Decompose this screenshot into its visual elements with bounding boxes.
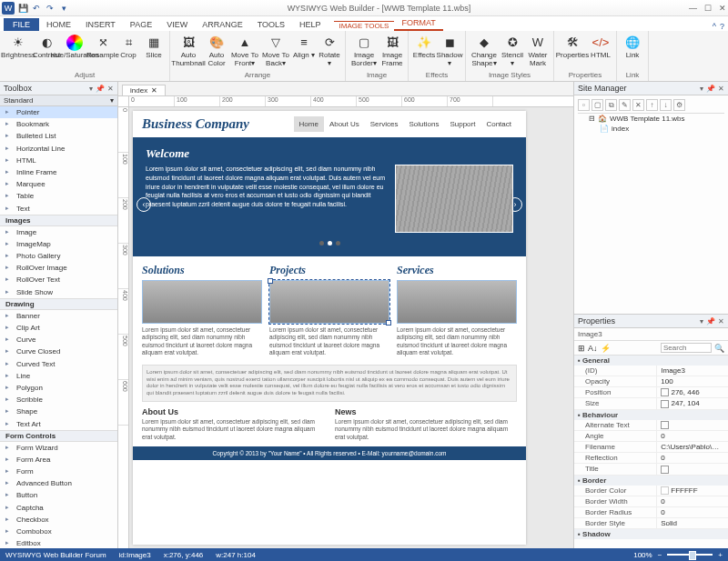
prop-row[interactable]: Border StyleSolid	[574, 518, 728, 529]
tab-view[interactable]: VIEW	[159, 18, 195, 31]
auto-color-button[interactable]: 🎨Auto Color	[205, 33, 228, 68]
toolbox-item[interactable]: RollOver Text	[0, 274, 117, 286]
toolbox-item[interactable]: Captcha	[0, 502, 117, 514]
align-button[interactable]: ≡Align ▾	[292, 33, 316, 60]
toolbox-category[interactable]: Form Controls	[0, 430, 117, 442]
prop-row[interactable]: Border Radius0	[574, 507, 728, 518]
toolbox-item[interactable]: Text Art	[0, 418, 117, 430]
toolbox-item[interactable]: Banner	[0, 310, 117, 322]
carousel-dots[interactable]	[146, 238, 513, 247]
help-icon[interactable]: ?	[720, 22, 724, 31]
auto-thumbnail-button[interactable]: 🖼Auto Thumbnail	[174, 33, 203, 68]
crop-button[interactable]: ⌗Crop	[116, 33, 140, 60]
prop-row[interactable]: Title	[574, 464, 728, 475]
toolbox-item[interactable]: Editbox	[0, 537, 117, 548]
link-button[interactable]: 🌐Link	[621, 33, 644, 60]
toolbox-item[interactable]: Advanced Button	[0, 477, 117, 489]
toolbox-item[interactable]: Form Area	[0, 454, 117, 466]
props-dropdown-icon[interactable]: ▾	[700, 317, 703, 326]
toolbox-item[interactable]: Bookmark	[0, 118, 117, 130]
toolbox-item[interactable]: Polygon	[0, 382, 117, 394]
toolbox-item[interactable]: Line	[0, 370, 117, 382]
prop-row[interactable]: Position 276, 446	[574, 387, 728, 398]
props-close-icon[interactable]: ✕	[718, 317, 724, 326]
qat-undo-icon[interactable]: ↶	[31, 3, 42, 14]
prop-row[interactable]: Angle0	[574, 431, 728, 442]
toolbox-item[interactable]: Scribble	[0, 394, 117, 406]
tab-arrange[interactable]: ARRANGE	[195, 18, 250, 31]
toolbox-item[interactable]: Text	[0, 203, 117, 215]
toolbox-item[interactable]: Image	[0, 226, 117, 238]
toolbox-item[interactable]: Clip Art	[0, 322, 117, 334]
effects-button[interactable]: ✨Effects	[412, 33, 436, 60]
maximize-button[interactable]: ☐	[704, 4, 712, 13]
html-button[interactable]: </>HTML	[589, 33, 612, 60]
resample-button[interactable]: ⤧Resample	[91, 33, 115, 60]
toolbox-item[interactable]: Inline Frame	[0, 166, 117, 178]
sm-newfolder-icon[interactable]: ▢	[592, 99, 603, 111]
toolbox-item[interactable]: Pointer	[0, 106, 117, 118]
image-frame-button[interactable]: 🖽Image Frame	[380, 33, 404, 68]
qat-redo-icon[interactable]: ↷	[45, 3, 56, 14]
toolbox-dropdown-icon[interactable]: ▾	[89, 85, 93, 93]
prop-row[interactable]: (ID)Image3	[574, 366, 728, 376]
slice-button[interactable]: ▦Slice	[142, 33, 166, 60]
prop-category[interactable]: ▪ General	[574, 356, 728, 366]
sm-newpage-icon[interactable]: ▫	[578, 99, 590, 111]
prop-row[interactable]: Border ColorFFFFFF	[574, 486, 728, 496]
toolbox-item[interactable]: Form	[0, 466, 117, 477]
toolbox-item[interactable]: Bulleted List	[0, 130, 117, 142]
close-button[interactable]: ✕	[719, 4, 726, 13]
properties-object-name[interactable]: Image3	[574, 328, 728, 341]
prop-row[interactable]: FilenameC:\Users\Pablo\Do...	[574, 442, 728, 453]
sm-props-icon[interactable]: ⚙	[673, 99, 685, 111]
toolbox-item[interactable]: Table	[0, 190, 117, 202]
toolbox-item[interactable]: Horizontal Line	[0, 143, 117, 155]
document-tab[interactable]: index✕	[122, 85, 166, 95]
expand-icon[interactable]: ⊟	[589, 115, 595, 123]
toolbox-item[interactable]: Slide Show	[0, 286, 117, 298]
properties-button[interactable]: 🛠Properties	[558, 33, 587, 60]
watermark-button[interactable]: WWater Mark	[526, 33, 550, 68]
toolbox-item[interactable]: HTML	[0, 155, 117, 166]
prop-category[interactable]: ▪ Border	[574, 476, 728, 486]
properties-search-input[interactable]	[661, 343, 712, 353]
ribbon-collapse-icon[interactable]: ^	[713, 22, 716, 31]
sm-up-icon[interactable]: ↑	[646, 99, 658, 111]
zoom-in-button[interactable]: +	[718, 551, 723, 559]
move-to-back-button[interactable]: ▽Move To Back▾	[261, 33, 290, 68]
sm-clone-icon[interactable]: ⧉	[605, 99, 617, 111]
hue-saturation-button[interactable]: Hue/Saturation	[60, 33, 89, 60]
tree-page-index[interactable]: 📄index	[578, 124, 724, 134]
tab-help[interactable]: HELP	[292, 18, 329, 31]
design-canvas[interactable]: Business Company HomeAbout UsServicesSol…	[133, 111, 526, 545]
nav-item[interactable]: Contact	[480, 116, 517, 132]
tab-page[interactable]: PAGE	[123, 18, 159, 31]
toolbox-subset[interactable]: Standard	[4, 96, 33, 105]
search-icon[interactable]: 🔍	[714, 344, 724, 353]
toolbox-item[interactable]: Marquee	[0, 178, 117, 190]
zoom-out-button[interactable]: −	[658, 551, 662, 559]
doc-tab-close-icon[interactable]: ✕	[151, 86, 157, 95]
nav-item[interactable]: Services	[365, 116, 404, 132]
props-categorized-icon[interactable]: ⊞	[578, 344, 585, 353]
toolbox-item[interactable]: Combobox	[0, 526, 117, 537]
toolbox-subset-dropdown-icon[interactable]: ▾	[110, 96, 114, 105]
toolbox-item[interactable]: Curve Closed	[0, 346, 117, 357]
tab-insert[interactable]: INSERT	[78, 18, 123, 31]
change-shape-button[interactable]: ◆Change Shape▾	[470, 33, 499, 68]
toolbox-item[interactable]: Checkbox	[0, 514, 117, 526]
toolbox-category[interactable]: Images	[0, 215, 117, 226]
col-image[interactable]	[397, 280, 517, 324]
props-alpha-icon[interactable]: A↓	[588, 344, 598, 353]
sm-dropdown-icon[interactable]: ▾	[700, 85, 703, 93]
move-to-front-button[interactable]: ▲Move To Front▾	[230, 33, 259, 68]
props-events-icon[interactable]: ⚡	[601, 344, 611, 353]
prop-category[interactable]: ▪ Behaviour	[574, 410, 728, 420]
file-menu[interactable]: FILE	[4, 18, 39, 31]
prop-row[interactable]: Size 247, 104	[574, 398, 728, 409]
sm-down-icon[interactable]: ↓	[660, 99, 672, 111]
tab-format[interactable]: FORMAT	[394, 16, 442, 31]
toolbox-item[interactable]: Button	[0, 489, 117, 501]
toolbox-item[interactable]: Curve	[0, 334, 117, 346]
